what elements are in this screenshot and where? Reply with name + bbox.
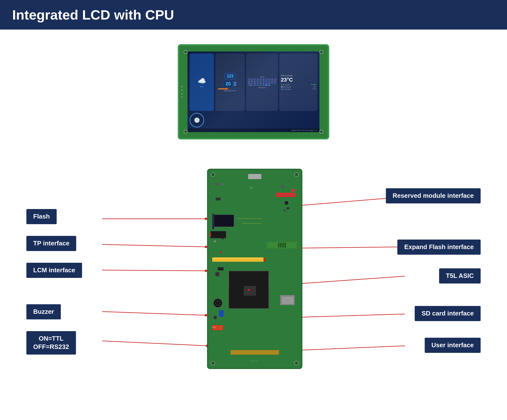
wind-speed-value: Low <box>313 86 316 88</box>
svg-line-18 <box>301 346 405 350</box>
main-content: ☁️ ●●● 123 20 + − <box>0 30 507 386</box>
text-input-label: Text Input <box>258 87 266 88</box>
svg-line-16 <box>301 314 405 317</box>
lcm-interface-label: LCM interface <box>26 263 82 278</box>
reserved-module-label: Reserved module interface <box>386 188 481 203</box>
page-title: Integrated LCD with CPU <box>12 7 174 23</box>
page-header: Integrated LCD with CPU <box>0 0 507 30</box>
svg-point-3 <box>205 246 207 248</box>
t5l-asic-label: T5L ASIC <box>439 268 481 284</box>
humidity-label: Air Humidity <box>283 88 291 90</box>
scroll-hint: swipe left to turn the page >>> <box>291 129 317 131</box>
data-adjustment-label: Data Adjustment <box>224 90 236 92</box>
svg-point-1 <box>205 218 207 220</box>
svg-line-8 <box>102 341 207 346</box>
svg-line-12 <box>301 247 405 248</box>
weather-text: Fair to cloudy <box>281 74 293 77</box>
sd-card-label: SD card interface <box>415 306 481 321</box>
lcd-inner-screen: ☁️ ●●● 123 20 + − <box>188 52 319 132</box>
pcb-section: CE <box>21 157 486 376</box>
svg-point-7 <box>205 314 207 316</box>
lcd-display-container: ☁️ ●●● 123 20 + − <box>178 44 329 139</box>
svg-line-6 <box>102 312 206 315</box>
expand-flash-label: Expand Flash interface <box>397 240 481 255</box>
wind-speed-label: Wind Speed <box>283 86 291 88</box>
lcd-screen: ☁️ ●●● 123 20 + − <box>178 44 329 139</box>
humidity-value: 32 % <box>313 88 316 90</box>
ttl-rs232-label: ON=TTL OFF=RS232 <box>26 331 76 355</box>
svg-line-2 <box>102 244 206 247</box>
air-quality-value: 52 High <box>311 84 316 85</box>
svg-line-4 <box>102 270 206 271</box>
dwin-label: DWIN <box>260 76 264 78</box>
air-quality-label: Air Quality <box>283 84 290 85</box>
svg-point-5 <box>205 270 207 272</box>
buzzer-label: Buzzer <box>26 304 61 319</box>
pcb-board: CE <box>207 169 302 369</box>
tp-interface-label: TP interface <box>26 236 76 251</box>
user-interface-label: User interface <box>425 338 481 353</box>
temperature: 23°C <box>281 77 293 83</box>
flash-label: Flash <box>26 209 57 224</box>
svg-line-14 <box>301 276 405 284</box>
